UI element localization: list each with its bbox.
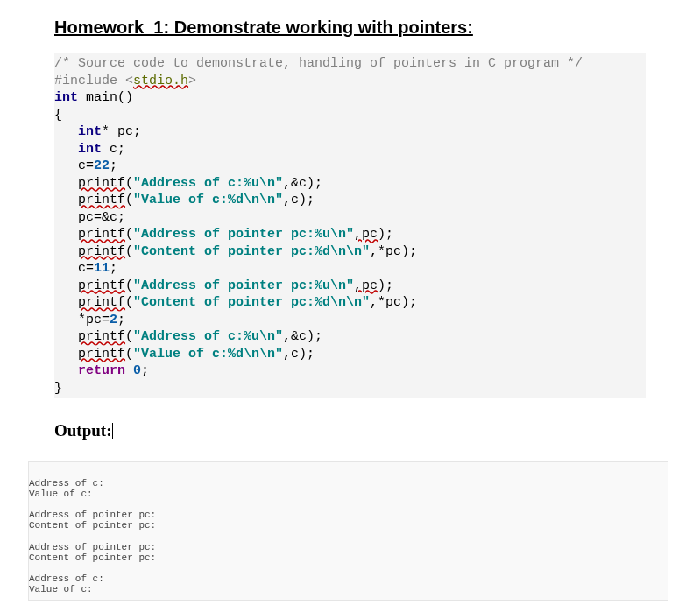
str-val-c: "Value of c:%d\n\n" <box>133 193 283 208</box>
document-page: Homework_1: Demonstrate working with poi… <box>0 0 700 605</box>
str-cont-pc: "Content of pointer pc:%d\n\n" <box>133 244 370 259</box>
num-0: 0 <box>133 363 141 378</box>
arg-ampc: ,&c); <box>283 329 322 344</box>
lparen: ( <box>125 227 133 242</box>
str-val-c: "Value of c:%d\n\n" <box>133 347 283 362</box>
output-block: Address of c: Value of c: Address of poi… <box>28 461 668 601</box>
out-addr-pc: Address of pointer pc: <box>29 542 156 552</box>
arg-c: ,c); <box>283 347 315 362</box>
include-close: > <box>188 74 196 88</box>
code-comment: /* Source code to demonstrate, handling … <box>54 56 583 71</box>
include-open: < <box>125 74 133 88</box>
printf-call: printf <box>78 329 125 344</box>
printf-call: printf <box>78 227 125 242</box>
printf-call: printf <box>78 278 125 293</box>
include-keyword: #include <box>54 74 125 88</box>
semi: ; <box>141 363 149 378</box>
str-addr-c: "Address of c:%u\n" <box>133 329 283 344</box>
c-decl: c; <box>102 142 125 157</box>
out-cont-pc: Content of pointer pc: <box>29 520 156 531</box>
close: ); <box>378 278 393 293</box>
lparen: ( <box>125 295 133 310</box>
assign: c= <box>78 158 94 173</box>
semi: ; <box>110 261 117 276</box>
assign-starpc: *pc= <box>78 313 110 327</box>
lparen: ( <box>125 176 133 191</box>
output-heading: Output: <box>54 421 111 440</box>
arg-starpc: ,*pc); <box>370 295 417 310</box>
lparen: ( <box>125 329 133 344</box>
main-signature: main() <box>78 90 133 105</box>
str-cont-pc: "Content of pointer pc:%d\n\n" <box>133 295 370 310</box>
semi: ; <box>117 313 125 327</box>
keyword-int: int <box>78 124 102 139</box>
lparen: ( <box>125 244 133 259</box>
out-addr-c: Address of c: <box>29 478 104 489</box>
out-val-c: Value of c: <box>29 489 93 499</box>
keyword-return: return <box>78 363 125 378</box>
lparen: ( <box>125 278 133 293</box>
semi: ; <box>110 158 117 173</box>
source-code-block: /* Source code to demonstrate, handling … <box>54 53 646 398</box>
out-val-c: Value of c: <box>29 584 93 594</box>
str-addr-pc: "Address of pointer pc:%u\n" <box>133 227 354 242</box>
printf-call: printf <box>78 244 125 259</box>
close: ); <box>378 227 393 242</box>
keyword-int: int <box>54 90 78 105</box>
str-addr-pc: "Address of pointer pc:%u\n" <box>133 278 354 293</box>
arg-ampc: ,&c); <box>283 176 322 191</box>
printf-call: printf <box>78 295 125 310</box>
arg-c: ,c); <box>283 193 315 208</box>
str-addr-c: "Address of c:%u\n" <box>133 176 283 191</box>
printf-call: printf <box>78 347 125 362</box>
lparen: ( <box>125 193 133 208</box>
num-11: 11 <box>94 261 110 276</box>
brace-open: { <box>54 108 62 123</box>
num-2: 2 <box>110 313 117 327</box>
assign-pc: pc=&c; <box>78 210 125 225</box>
arg-pc: ,pc <box>354 278 378 293</box>
arg-pc: ,pc <box>354 227 378 242</box>
include-header: stdio.h <box>133 74 188 88</box>
lparen: ( <box>125 347 133 362</box>
assign: c= <box>78 261 94 276</box>
arg-starpc: ,*pc); <box>370 244 417 259</box>
printf-call: printf <box>78 193 125 208</box>
keyword-int: int <box>78 142 102 157</box>
out-addr-c: Address of c: <box>29 573 104 584</box>
printf-call: printf <box>78 176 125 191</box>
out-addr-pc: Address of pointer pc: <box>29 510 156 520</box>
page-title: Homework_1: Demonstrate working with poi… <box>54 18 646 38</box>
ptr-decl: * pc; <box>102 124 141 139</box>
num-22: 22 <box>94 158 110 173</box>
brace-close: } <box>54 381 62 396</box>
out-cont-pc: Content of pointer pc: <box>29 552 156 563</box>
